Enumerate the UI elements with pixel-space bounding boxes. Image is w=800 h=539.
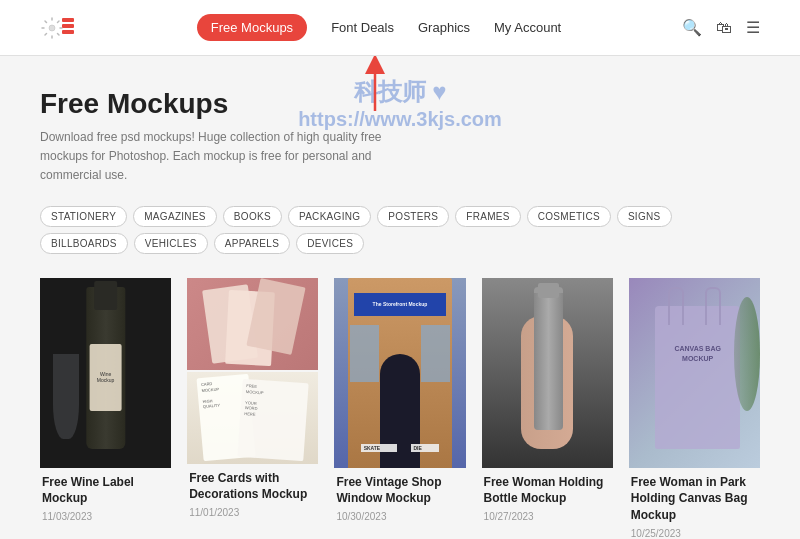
card-bottle-date: 10/27/2023 (484, 511, 611, 522)
nav-my-account[interactable]: My Account (494, 20, 561, 35)
card-cards-decorations[interactable]: CARDMOCKUPHIGHQUALITY FREEMOCKUPYOURWORD… (187, 278, 318, 539)
logo[interactable] (40, 10, 76, 46)
main-content: Free Mockups Download free psd mockups! … (0, 56, 800, 539)
card-wine-label-date: 11/03/2023 (42, 511, 169, 522)
card-cards-title: Free Cards with Decorations Mockup (189, 470, 316, 504)
tag-magazines[interactable]: MAGAZINES (133, 206, 217, 227)
tag-cosmetics[interactable]: COSMETICS (527, 206, 611, 227)
category-tags: STATIONERY MAGAZINES BOOKS PACKAGING POS… (40, 206, 760, 254)
svg-rect-11 (62, 30, 74, 34)
tag-vehicles[interactable]: VEHICLES (134, 233, 208, 254)
tag-devices[interactable]: DEVICES (296, 233, 364, 254)
tag-apparels[interactable]: APPARELS (214, 233, 290, 254)
tag-signs[interactable]: SIGNS (617, 206, 672, 227)
card-cards-date: 11/01/2023 (189, 507, 316, 518)
card-canvas-bag[interactable]: CANVAS BAGMOCKUP Free Woman in Park Hold… (629, 278, 760, 539)
card-wine-label[interactable]: WineMockup Free Wine Label Mockup 11/03/… (40, 278, 171, 539)
page-description: Download free psd mockups! Huge collecti… (40, 128, 420, 186)
tag-posters[interactable]: POSTERS (377, 206, 449, 227)
card-shop-title: Free Vintage Shop Window Mockup (336, 474, 463, 508)
svg-line-7 (58, 21, 60, 23)
tag-packaging[interactable]: PACKAGING (288, 206, 371, 227)
logo-icon (40, 10, 76, 46)
menu-icon[interactable]: ☰ (746, 18, 760, 37)
card-canvas-title: Free Woman in Park Holding Canvas Bag Mo… (631, 474, 758, 524)
tag-stationery[interactable]: STATIONERY (40, 206, 127, 227)
header: Free Mockups Font Deals Graphics My Acco… (0, 0, 800, 56)
svg-rect-10 (62, 24, 74, 28)
tag-books[interactable]: BOOKS (223, 206, 282, 227)
card-shop-date: 10/30/2023 (336, 511, 463, 522)
card-bottle-title: Free Woman Holding Bottle Mockup (484, 474, 611, 508)
nav-graphics[interactable]: Graphics (418, 20, 470, 35)
card-woman-bottle[interactable]: Free Woman Holding Bottle Mockup 10/27/2… (482, 278, 613, 539)
mockup-grid: WineMockup Free Wine Label Mockup 11/03/… (40, 278, 760, 539)
card-wine-label-title: Free Wine Label Mockup (42, 474, 169, 508)
svg-line-8 (45, 33, 47, 35)
card-vintage-shop[interactable]: The Storefront Mockup SKATE DIE Free Vin… (334, 278, 465, 539)
main-nav: Free Mockups Font Deals Graphics My Acco… (197, 14, 561, 41)
nav-font-deals[interactable]: Font Deals (331, 20, 394, 35)
nav-free-mockups[interactable]: Free Mockups (197, 14, 307, 41)
tag-billboards[interactable]: BILLBOARDS (40, 233, 128, 254)
arrow-annotation (350, 56, 400, 120)
header-icons: 🔍 🛍 ☰ (682, 18, 760, 37)
svg-line-6 (58, 33, 60, 35)
svg-point-0 (49, 25, 55, 31)
page-title: Free Mockups (40, 88, 760, 120)
bag-icon[interactable]: 🛍 (716, 19, 732, 37)
card-canvas-date: 10/25/2023 (631, 528, 758, 539)
svg-line-5 (45, 21, 47, 23)
tag-frames[interactable]: FRAMES (455, 206, 520, 227)
search-icon[interactable]: 🔍 (682, 18, 702, 37)
svg-rect-9 (62, 18, 74, 22)
